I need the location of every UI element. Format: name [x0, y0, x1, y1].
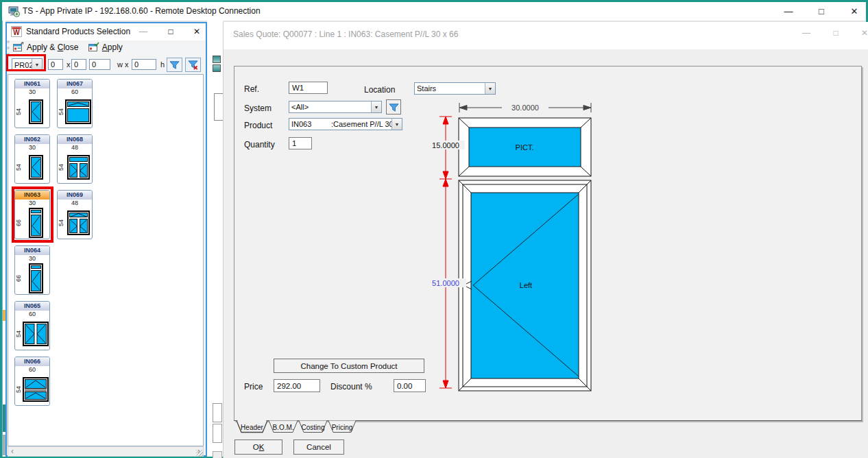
product-width-label: 30	[15, 88, 49, 96]
product-code: IN065	[15, 302, 49, 311]
product-thumbnail	[22, 322, 49, 346]
product-thumbnail	[22, 263, 49, 293]
background-window-sliver-middle	[207, 21, 223, 457]
product-thumbnail	[22, 377, 49, 402]
products-dialog-title: Standard Products Selection	[26, 27, 130, 36]
product-code: IN064	[15, 246, 49, 255]
funnel-icon	[169, 60, 180, 70]
rdp-maximize-icon[interactable]: □	[811, 5, 832, 18]
product-code: IN069	[58, 191, 92, 200]
change-to-custom-product-button[interactable]: Change To Custom Product	[274, 359, 424, 373]
scroll-left-icon[interactable]: ‹	[11, 447, 14, 456]
products-dialog: W Standard Products Selection — □ ✕ Appl…	[5, 22, 207, 457]
bottom-pane-label: Left	[520, 281, 532, 289]
product-code: IN061	[15, 80, 49, 88]
app-icon: W	[11, 26, 22, 37]
filter-clear-button[interactable]	[185, 58, 201, 72]
product-card-in068[interactable]: IN068 48 54	[57, 134, 93, 184]
system-combo-value: <All>	[289, 103, 371, 111]
sales-maximize-icon[interactable]: □	[824, 26, 847, 40]
width-dimension: 30.0000	[459, 103, 591, 112]
product-card-in062[interactable]: IN062 30 54	[14, 134, 50, 184]
apply-icon	[88, 42, 99, 53]
discount-input[interactable]	[394, 379, 426, 392]
system-label: System	[244, 104, 272, 113]
products-dialog-titlebar: W Standard Products Selection — □ ✕	[7, 23, 206, 40]
sales-quote-title: Sales Quote: Q00077 : Line 1 : IN063: Ca…	[233, 29, 458, 39]
product-combo[interactable]: IN063 :Casement P//L 30 ▼	[289, 118, 402, 130]
product-width-label: 30	[15, 200, 49, 207]
product-card-in065[interactable]: IN065 60 54	[14, 301, 50, 350]
product-height-label: 54	[15, 164, 22, 171]
product-card-in066[interactable]: IN066 60 54	[14, 357, 50, 406]
dialog-minimize-icon[interactable]: —	[134, 25, 152, 38]
window-drawing: 30.0000 PICT. Left	[409, 91, 614, 399]
product-label: Product	[244, 121, 272, 130]
product-thumbnail	[22, 208, 49, 238]
product-width-label: 60	[58, 88, 92, 96]
product-card-in061[interactable]: IN061 30 54	[14, 79, 50, 128]
price-input[interactable]	[274, 379, 320, 392]
cancel-button[interactable]: Cancel	[293, 439, 344, 455]
product-height-label: 54	[15, 330, 22, 337]
product-width-label: 48	[58, 144, 92, 152]
product-thumbnail	[64, 99, 92, 124]
dim3-input[interactable]	[89, 59, 110, 70]
sales-quote-titlebar: Sales Quote: Q00077 : Line 1 : IN063: Ca…	[224, 22, 868, 49]
product-height-label: 54	[58, 219, 64, 226]
tab-header-label: Header	[241, 424, 263, 431]
system-combo[interactable]: <All> ▼	[289, 101, 382, 113]
ref-label: Ref.	[244, 84, 259, 94]
rdp-window: TS - App Private IP - 192.168.0.60 - Rem…	[0, 0, 868, 458]
product-thumbnail	[64, 210, 92, 235]
funnel-icon	[389, 102, 399, 112]
apply-close-button[interactable]: Apply & Close	[10, 40, 82, 54]
quantity-input[interactable]	[289, 137, 312, 149]
ok-button[interactable]: OK	[234, 439, 282, 455]
rdp-icon	[8, 5, 20, 17]
product-code: IN062	[15, 135, 49, 144]
top-pane-label: PICT.	[516, 143, 534, 152]
dialog-close-icon[interactable]: ✕	[188, 25, 206, 38]
resize-grip[interactable]	[196, 450, 203, 457]
product-combo-desc: :Casement P//L 30	[329, 120, 391, 128]
x-label: x	[67, 60, 71, 69]
tab-costing-label: Costing	[302, 424, 325, 431]
horizontal-scrollbar[interactable]: ‹ ›	[8, 446, 204, 457]
dim4-input[interactable]	[132, 59, 156, 70]
svg-text:W: W	[13, 29, 20, 36]
product-card-in064[interactable]: IN064 30 66	[14, 245, 50, 295]
chevron-down-icon[interactable]: ▼	[371, 101, 381, 112]
apply-button[interactable]: Apply	[85, 40, 126, 54]
rdp-close-icon[interactable]: ✕	[844, 5, 865, 18]
sales-close-icon[interactable]: ✕	[853, 26, 868, 40]
ref-input[interactable]	[289, 82, 328, 94]
funnel-clear-icon	[188, 60, 198, 70]
dialog-maximize-icon[interactable]: □	[162, 25, 180, 38]
sales-minimize-icon[interactable]: —	[795, 26, 818, 40]
rdp-minimize-icon[interactable]: —	[778, 5, 799, 18]
product-card-in069[interactable]: IN069 48 54	[57, 190, 93, 239]
tab-pricing-label: Pricing	[332, 424, 353, 431]
dim1-input[interactable]	[48, 59, 63, 70]
product-card-in063[interactable]: IN063 30 66	[14, 190, 50, 239]
product-width-label: 30	[15, 144, 49, 152]
product-width-label: 60	[15, 366, 49, 374]
products-toolbar: Apply & Close Apply	[7, 40, 206, 56]
product-code: IN067	[58, 80, 92, 88]
top-height-dim-label: 15.0000	[432, 141, 459, 149]
product-grid: IN061 30 54 IN062 30 54 IN063 30 66 IN06…	[8, 74, 204, 446]
filter-apply-button[interactable]	[167, 58, 182, 72]
system-filter-button[interactable]	[386, 99, 401, 114]
dim2-input[interactable]	[71, 59, 86, 70]
profile-combo[interactable]: PR02: ▼	[12, 58, 43, 71]
product-thumbnail	[22, 155, 49, 180]
chevron-down-icon[interactable]: ▼	[391, 119, 402, 130]
chevron-down-icon[interactable]: ▼	[32, 59, 42, 71]
product-card-in067[interactable]: IN067 60 54	[57, 79, 93, 128]
product-height-label: 54	[58, 164, 64, 171]
product-width-label: 30	[15, 255, 49, 263]
bottom-height-dim-label: 51.0000	[432, 279, 459, 287]
bottom-pane: Left	[459, 180, 591, 391]
product-code: IN068	[58, 135, 92, 144]
